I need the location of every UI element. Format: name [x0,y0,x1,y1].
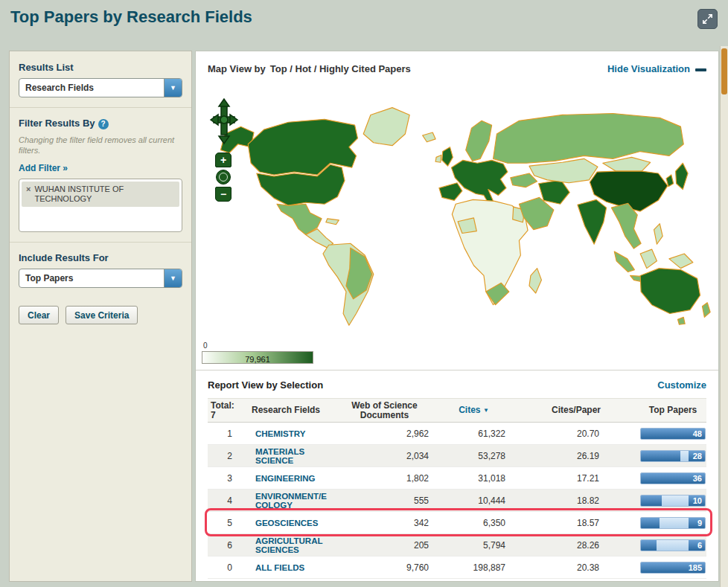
map-region-scandinavia [466,121,492,161]
map-zoom-control: + − [215,153,232,202]
table-row: 2 MATERIALS SCIENCE 2,034 53,278 26.19 2… [208,445,706,467]
column-top-papers[interactable]: Top Papers [639,399,706,423]
results-list-dropdown[interactable]: Research Fields ▼ [19,78,182,97]
map-region-tasmania [678,317,686,324]
map-region-turkey [511,173,537,187]
row-rank: 0 [208,556,237,579]
expand-icon [701,13,714,25]
legend-gradient: 79,961 [202,351,313,364]
remove-filter-icon[interactable]: × [26,185,31,193]
hide-visualization-link[interactable]: Hide Visualization [607,63,706,87]
column-cites-per-paper[interactable]: Cites/Paper [513,399,639,423]
top-papers-bar: 48 [640,428,706,440]
row-cites: 53,278 [435,445,513,467]
row-cites-per-paper: 20.38 [513,556,639,579]
map-view-label: Map View by [208,63,266,74]
top-papers-bar: 185 [640,562,706,574]
column-research-fields[interactable]: Research Fields [237,399,334,423]
page: Top Papers by Research Fields Results Li… [0,0,728,587]
active-filters-box: × WUHAN INSTITUTE OF TECHNOLOGY [19,179,182,232]
field-link[interactable]: MATERIALS SCIENCE [237,447,334,465]
map-region-mongolia [603,157,651,171]
page-title: Top Papers by Research Fields [0,0,728,27]
map-view-detail: Top / Hot / Highly Cited Papers [270,63,411,74]
row-cites: 6,350 [435,512,513,534]
map-region-ireland [435,155,441,162]
divider [10,242,191,243]
table-row: 1 CHEMISTRY 2,962 61,322 20.70 48 [208,423,706,445]
row-docs: 2,034 [334,445,435,467]
help-icon[interactable]: ? [98,119,109,129]
row-cites-per-paper: 20.70 [513,423,639,445]
filter-note: Changing the filter field removes all cu… [19,135,182,156]
include-results-value: Top Papers [25,273,73,283]
row-cites-per-paper: 18.82 [513,490,639,512]
expand-button[interactable] [697,9,718,29]
top-papers-value: 36 [693,473,702,484]
top-papers-bar: 36 [640,472,706,484]
sort-desc-icon: ▼ [483,407,489,414]
row-rank: 3 [208,467,237,490]
map-region-new-zealand [702,303,710,318]
map-pan-control[interactable] [209,97,239,145]
top-papers-bar: 28 [640,450,706,462]
row-rank: 6 [208,534,237,556]
field-link[interactable]: GEOSCIENCES [237,519,334,527]
field-link[interactable]: CHEMISTRY [237,429,334,438]
filter-chip[interactable]: × WUHAN INSTITUTE OF TECHNOLOGY [22,182,179,207]
clear-button[interactable]: Clear [19,306,59,324]
column-cites-sorted[interactable]: Cites ▼ [435,399,513,423]
top-papers-bar-fill [641,540,657,551]
field-link[interactable]: ENVIRONMENT/E COLOGY [237,492,334,510]
include-results-heading: Include Results For [19,252,182,263]
top-papers-bar: 9 [640,517,706,529]
chevron-down-icon[interactable]: ▼ [164,269,182,288]
row-rank: 4 [208,490,237,512]
save-criteria-button[interactable]: Save Criteria [66,306,138,324]
report-table-body: 1 CHEMISTRY 2,962 61,322 20.70 48 2 MATE… [208,423,706,579]
scrollbar-track[interactable] [720,46,728,587]
map-region-canada [248,119,357,175]
map-region-philippines [654,224,663,244]
legend-max: 79,961 [245,355,270,364]
row-cites-per-paper: 17.21 [513,467,639,490]
filter-heading: Filter Results By? [19,118,182,129]
top-papers-bar: 6 [640,539,706,551]
top-papers-bar: 10 [640,495,706,507]
top-papers-value: 28 [693,451,702,462]
customize-link[interactable]: Customize [657,379,706,398]
top-papers-bar-fill [641,451,680,461]
row-docs: 205 [334,534,435,556]
table-header-row: Total: 7 Research Fields Web of Science … [208,399,706,423]
add-filter-link[interactable]: Add Filter » [19,163,68,173]
map-region-madagascar [529,269,541,293]
zoom-out-button[interactable]: − [215,187,232,202]
table-row: 4 ENVIRONMENT/E COLOGY 555 10,444 18.82 … [208,490,706,512]
column-wos-documents[interactable]: Web of Science Documents [334,399,435,423]
report-table: Total: 7 Research Fields Web of Science … [208,398,706,579]
main-panel: Map View byTop / Hot / Highly Cited Pape… [195,51,719,582]
chevron-down-icon[interactable]: ▼ [164,78,182,97]
field-link[interactable]: AGRICULTURAL SCIENCES [237,536,334,554]
map-view-header: Map View byTop / Hot / Highly Cited Pape… [196,51,718,87]
row-rank: 5 [208,512,237,534]
row-cites-per-paper: 18.57 [513,512,639,534]
map-region-spain [439,183,462,201]
globe-icon[interactable] [216,170,231,185]
table-row: 6 AGRICULTURAL SCIENCES 205 5,794 28.26 … [208,534,706,556]
field-link[interactable]: ENGINEERING [237,474,334,483]
include-results-dropdown[interactable]: Top Papers ▼ [19,269,182,288]
map-region-sumatra [614,251,634,272]
row-cites: 61,322 [435,423,513,445]
report-title: Report View by Selection [208,379,323,398]
scrollbar-thumb[interactable] [721,48,727,94]
row-cites: 198,887 [435,556,513,579]
map-region-australia [640,269,700,314]
world-map-svg[interactable] [208,93,712,334]
row-docs: 1,802 [334,467,435,490]
zoom-in-button[interactable]: + [215,153,232,167]
row-cites: 5,794 [435,534,513,556]
divider [10,107,191,108]
legend-min: 0 [203,341,208,350]
field-link[interactable]: ALL FIELDS [237,563,334,572]
